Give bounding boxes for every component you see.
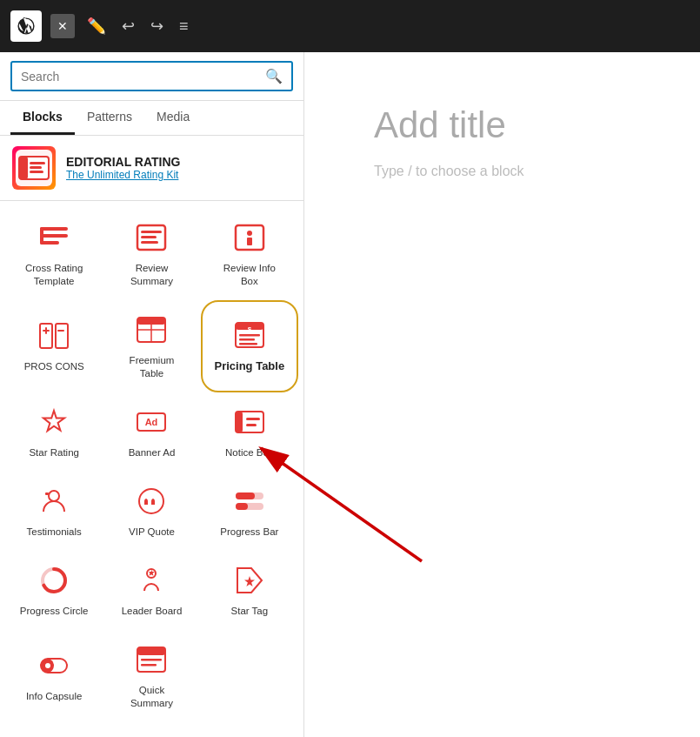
main-layout: 🔍 Blocks Patterns Media EDITO: [0, 52, 700, 737]
search-input[interactable]: [21, 70, 265, 84]
block-pricing-table-label: Pricing Table: [214, 359, 284, 374]
block-cross-rating-label: Cross RatingTemplate: [25, 262, 83, 288]
plugin-subtitle[interactable]: The Unlimited Rating Kit: [66, 169, 180, 181]
block-banner-ad[interactable]: Ad Banner Ad: [103, 392, 200, 472]
block-progress-bar[interactable]: Progress Bar: [201, 472, 298, 551]
star-tag-icon: [232, 563, 267, 598]
block-progress-circle[interactable]: Progress Circle: [5, 551, 103, 630]
search-bar: 🔍: [0, 52, 303, 101]
svg-rect-3: [19, 157, 28, 179]
redo-icon[interactable]: ↪: [147, 13, 167, 39]
svg-rect-36: [236, 412, 243, 432]
block-progress-circle-label: Progress Circle: [20, 605, 89, 618]
add-title[interactable]: Add title: [374, 104, 506, 146]
block-grid: Cross RatingTemplate ReviewSummary: [0, 208, 303, 721]
plugin-icon: [12, 146, 56, 190]
plugin-title: EDITORIAL RATING: [66, 155, 180, 169]
notice-box-icon: [232, 405, 267, 439]
svg-rect-32: [239, 343, 257, 345]
svg-rect-8: [40, 234, 68, 238]
block-leader-board[interactable]: Leader Board: [103, 551, 200, 630]
block-info-capsule[interactable]: Info Capsule: [5, 630, 103, 722]
undo-icon[interactable]: ↩: [118, 13, 138, 39]
svg-rect-37: [246, 418, 260, 420]
block-progress-bar-label: Progress Bar: [220, 526, 278, 539]
pricing-table-icon: $: [232, 318, 267, 352]
svg-rect-10: [40, 227, 43, 245]
svg-point-51: [45, 663, 50, 668]
toolbar: ✕ ✏️ ↩ ↪ ≡: [0, 0, 700, 52]
block-freemium-label: FreemiumTable: [130, 354, 175, 380]
star-rating-icon: [37, 405, 71, 439]
block-pros-cons-label: PROS CONS: [24, 360, 84, 373]
plugin-header: EDITORIAL RATING The Unlimited Rating Ki…: [0, 136, 303, 201]
block-star-rating-label: Star Rating: [29, 446, 79, 459]
svg-rect-43: [236, 492, 255, 499]
block-vip-quote-label: VIP Quote: [129, 526, 175, 539]
svg-rect-12: [141, 231, 162, 233]
svg-rect-13: [141, 236, 157, 238]
svg-rect-54: [141, 659, 162, 661]
block-freemium-table[interactable]: FreemiumTable: [103, 300, 200, 392]
svg-rect-19: [56, 324, 68, 348]
info-capsule-icon: [37, 648, 71, 683]
tab-media[interactable]: Media: [144, 101, 202, 135]
svg-rect-40: [45, 492, 49, 495]
close-button[interactable]: ✕: [50, 14, 75, 38]
block-star-rating[interactable]: Star Rating: [5, 392, 103, 472]
freemium-table-icon: [134, 312, 169, 347]
svg-rect-17: [247, 238, 252, 245]
search-input-wrapper: 🔍: [10, 61, 293, 91]
block-pros-cons[interactable]: PROS CONS: [5, 300, 103, 392]
block-banner-ad-label: Banner Ad: [129, 446, 176, 459]
banner-ad-icon: Ad: [134, 405, 169, 439]
menu-icon[interactable]: ≡: [176, 14, 192, 39]
block-star-tag[interactable]: Star Tag: [201, 551, 298, 630]
block-review-info[interactable]: Review InfoBox: [201, 208, 298, 300]
leader-board-icon: [134, 563, 169, 598]
progress-circle-icon: [37, 563, 71, 598]
block-star-tag-label: Star Tag: [231, 605, 269, 618]
svg-rect-55: [141, 664, 157, 667]
tabs-bar: Blocks Patterns Media: [0, 101, 303, 136]
block-notice-box[interactable]: Notice Box: [201, 392, 298, 472]
svg-rect-5: [30, 166, 42, 169]
cross-rating-icon: [37, 220, 71, 255]
quick-summary-icon: [134, 642, 169, 677]
progress-bar-icon: [232, 484, 267, 519]
testimonials-icon: [37, 484, 71, 519]
blocks-area: Cross RatingTemplate ReviewSummary: [0, 201, 303, 737]
block-quick-summary[interactable]: QuickSummary: [103, 630, 200, 722]
block-testimonials-label: Testimonials: [27, 526, 82, 539]
svg-rect-45: [236, 503, 248, 510]
plugin-info: EDITORIAL RATING The Unlimited Rating Ki…: [66, 155, 180, 181]
wp-logo-icon[interactable]: [10, 10, 42, 42]
block-notice-box-label: Notice Box: [225, 446, 274, 459]
svg-rect-4: [30, 162, 45, 164]
tab-blocks[interactable]: Blocks: [10, 101, 75, 135]
block-vip-quote[interactable]: VIP Quote: [103, 472, 200, 551]
svg-rect-31: [239, 338, 255, 341]
block-cross-rating[interactable]: Cross RatingTemplate: [5, 208, 103, 300]
block-quick-summary-label: QuickSummary: [130, 684, 173, 710]
vip-quote-icon: [134, 484, 169, 519]
type-hint: Type / to choose a block: [374, 164, 524, 179]
block-review-summary-label: ReviewSummary: [130, 262, 173, 288]
block-review-info-label: Review InfoBox: [223, 262, 276, 288]
block-testimonials[interactable]: Testimonials: [5, 472, 103, 551]
tab-patterns[interactable]: Patterns: [75, 101, 144, 135]
svg-rect-38: [246, 424, 257, 426]
review-summary-icon: [134, 220, 169, 255]
svg-rect-30: [239, 334, 260, 337]
pencil-icon[interactable]: ✏️: [83, 13, 110, 39]
search-icon: 🔍: [265, 68, 283, 84]
sidebar: 🔍 Blocks Patterns Media EDITO: [0, 52, 304, 737]
block-review-summary[interactable]: ReviewSummary: [103, 208, 200, 300]
svg-rect-14: [141, 241, 158, 244]
svg-text:$: $: [248, 325, 252, 333]
block-info-capsule-label: Info Capsule: [26, 690, 83, 703]
block-pricing-table[interactable]: $ Pricing Table: [201, 300, 298, 392]
svg-rect-6: [30, 171, 43, 173]
pros-cons-icon: [37, 318, 71, 353]
svg-rect-24: [137, 318, 165, 325]
